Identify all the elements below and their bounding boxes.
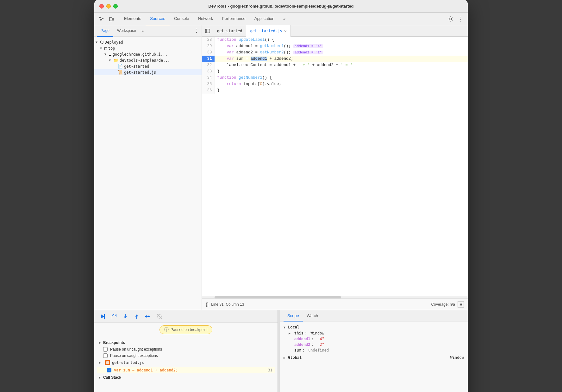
scope-addend1-item[interactable]: addend1 : "4" <box>280 336 468 342</box>
step-over-button[interactable] <box>109 312 118 321</box>
line-number-33: 33 <box>202 68 215 75</box>
line-number-31: 31 <box>202 56 215 62</box>
breakpoints-header[interactable]: ▼ Breakpoints <box>94 339 278 346</box>
code-area: get-started get-started.js × 28 function… <box>202 25 468 310</box>
format-icon[interactable]: {} <box>206 302 209 307</box>
pause-caught-item: Pause on caught exceptions <box>94 352 278 359</box>
minimize-button[interactable] <box>106 4 111 9</box>
horizontal-scrollbar[interactable] <box>202 296 468 298</box>
pause-uncaught-checkbox[interactable] <box>103 347 108 352</box>
bottom-section: ⓘ Paused on breakpoint ▼ Breakpoints Pau… <box>94 310 468 392</box>
device-toolbar-icon[interactable] <box>107 15 116 23</box>
scope-this-item[interactable]: ▶ this : Window <box>280 330 468 336</box>
tree-item-get-started-js[interactable]: 📜 get-started.js <box>94 69 202 75</box>
tab-more[interactable]: » <box>279 13 290 25</box>
code-line-35: 35 return inputs[0].value; <box>202 81 468 87</box>
svg-rect-12 <box>106 361 109 364</box>
tab-performance[interactable]: Performance <box>217 13 250 25</box>
scope-tabs: Scope Watch <box>280 310 468 322</box>
tab-network[interactable]: Network <box>194 13 218 25</box>
toolbar-icons <box>97 15 116 23</box>
scope-global-section[interactable]: ▶ Global Window <box>280 354 468 361</box>
deactivate-breakpoints-button[interactable] <box>155 312 164 321</box>
tree-label-deployed: Deployed <box>105 40 123 45</box>
tree-item-deployed[interactable]: ▼ ⬡ Deployed <box>94 39 202 45</box>
scope-addend2-val: "2" <box>317 342 324 347</box>
step-into-button[interactable] <box>121 312 130 321</box>
devtools-tabs-bar: Elements Sources Console Network Perform… <box>94 13 468 25</box>
paused-text: Paused on breakpoint <box>171 328 208 332</box>
tree-item-domain[interactable]: ▼ ☁ googlechrome.github.i... <box>94 51 202 57</box>
scrollbar-thumb[interactable] <box>215 296 341 298</box>
scope-local-arrow: ▼ <box>284 326 288 329</box>
tab-application[interactable]: Application <box>250 13 279 25</box>
close-button[interactable] <box>99 4 104 9</box>
svg-rect-0 <box>109 17 112 21</box>
pause-caught-label: Pause on caught exceptions <box>110 353 158 358</box>
scope-sum-item[interactable]: sum : undefined <box>280 347 468 353</box>
scope-tab-scope[interactable]: Scope <box>284 310 303 322</box>
line-content-29: var addend1 = getNumber1();addend1 = "4" <box>215 43 468 49</box>
line-content-34: function getNumber1() { <box>215 75 468 81</box>
tree-item-get-started[interactable]: 📄 get-started <box>94 63 202 69</box>
tree-label-get-started-js: get-started.js <box>124 70 156 75</box>
code-line-33: 33 } <box>202 68 468 75</box>
file-tab-get-started[interactable]: get-started <box>213 25 246 37</box>
status-right: Coverage: n/a ▣ <box>431 301 464 308</box>
breakpoint-file[interactable]: ▼ get-started.js <box>94 359 278 366</box>
line-number-28: 28 <box>202 37 215 43</box>
tab-sources[interactable]: Sources <box>146 13 170 25</box>
breakpoint-line[interactable]: var sum = addend1 + addend2; 31 <box>97 367 275 373</box>
maximize-button[interactable] <box>113 4 118 9</box>
traffic-lights <box>99 4 118 9</box>
main-content: Page Workspace » ⋮ ▼ ⬡ Deployed ▼ □ <box>94 25 468 310</box>
inline-val-addend1: addend1 = "4" <box>293 44 323 48</box>
coverage-drawer-icon[interactable]: ▣ <box>458 301 464 308</box>
file-tab-get-started-js[interactable]: get-started.js × <box>246 25 291 37</box>
bp-line-number: 31 <box>268 368 272 372</box>
inspect-icon[interactable] <box>97 15 106 23</box>
code-editor[interactable]: 28 function updateLabel() { 29 var adden… <box>202 37 468 296</box>
sidebar-toggle[interactable] <box>203 27 212 35</box>
scope-addend2-key: addend2 <box>294 342 310 347</box>
tree-item-folder[interactable]: ▼ 📁 devtools-samples/de... <box>94 57 202 63</box>
tree-item-top[interactable]: ▼ □ top <box>94 45 202 51</box>
code-line-36: 36 } <box>202 87 468 94</box>
file-tree: ▼ ⬡ Deployed ▼ □ top ▼ ☁ googlechrome.gi… <box>94 37 202 310</box>
line-number-32: 32 <box>202 62 215 68</box>
resume-button[interactable] <box>98 312 107 321</box>
scope-global-arrow: ▶ <box>284 356 288 359</box>
frame-icon: □ <box>104 46 107 51</box>
code-line-30: 30 var addend2 = getNumber2();addend2 = … <box>202 49 468 56</box>
svg-line-10 <box>157 314 162 319</box>
tree-arrow-domain: ▼ <box>104 52 109 56</box>
tab-elements[interactable]: Elements <box>120 13 146 25</box>
scope-this-arrow: ▶ <box>289 332 293 335</box>
scope-tab-watch[interactable]: Watch <box>303 310 322 322</box>
line-number-29: 29 <box>202 43 215 49</box>
callstack-arrow: ▼ <box>98 376 101 379</box>
scope-addend2-item[interactable]: addend2 : "2" <box>280 342 468 347</box>
more-options-icon[interactable]: ⋮ <box>456 15 465 23</box>
callstack-header[interactable]: ▼ Call Stack <box>94 374 278 381</box>
scope-local-label: Local <box>288 325 299 329</box>
line-content-28: function updateLabel() { <box>215 37 468 43</box>
debug-content: ▼ Breakpoints Pause on uncaught exceptio… <box>94 337 278 392</box>
line-content-36: } <box>215 87 468 94</box>
debug-panel: ⓘ Paused on breakpoint ▼ Breakpoints Pau… <box>94 310 278 392</box>
sidebar-tab-more[interactable]: » <box>140 29 146 33</box>
close-tab-icon[interactable]: × <box>284 29 287 33</box>
sidebar-dots-menu[interactable]: ⋮ <box>194 28 199 34</box>
step-button[interactable] <box>144 312 153 321</box>
sidebar-tab-workspace[interactable]: Workspace <box>113 25 140 37</box>
pause-caught-checkbox[interactable] <box>103 353 108 358</box>
tree-label-get-started: get-started <box>124 64 149 69</box>
scope-local-section[interactable]: ▼ Local <box>280 324 468 330</box>
line-number-30: 30 <box>202 49 215 56</box>
settings-icon[interactable] <box>446 15 455 23</box>
tab-console[interactable]: Console <box>170 13 194 25</box>
step-out-button[interactable] <box>132 312 141 321</box>
bp-check-icon[interactable] <box>107 368 111 372</box>
sidebar-tab-page[interactable]: Page <box>97 25 113 37</box>
svg-marker-5 <box>101 314 104 319</box>
